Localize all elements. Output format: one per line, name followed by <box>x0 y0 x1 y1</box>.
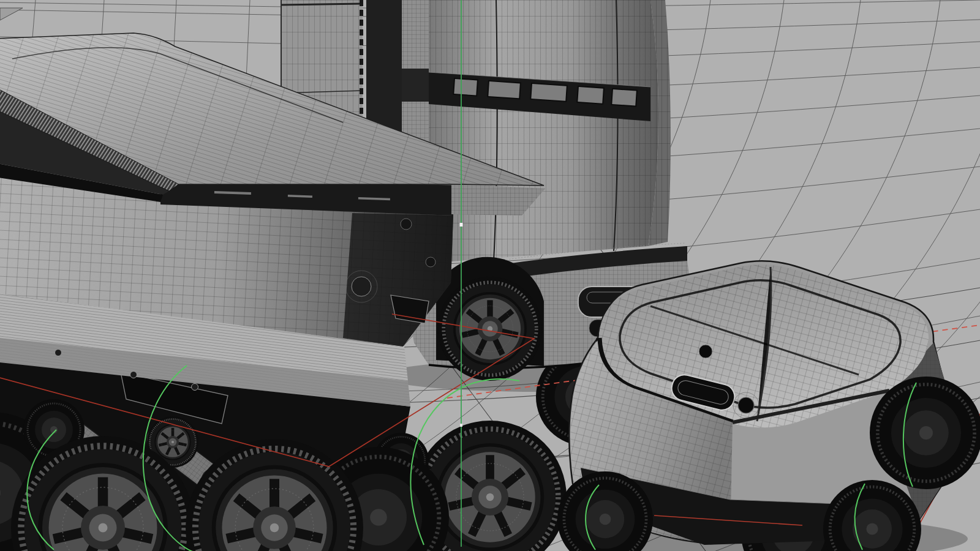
wheel[interactable] <box>870 377 980 489</box>
lid-knob <box>699 345 712 358</box>
axis-tick <box>460 424 462 427</box>
axis-tick <box>460 223 463 227</box>
wheel[interactable] <box>438 277 542 381</box>
viewport-3d[interactable] <box>0 0 980 551</box>
sensor-band-side <box>402 69 429 102</box>
sensor-eye <box>738 397 754 413</box>
viewport-canvas[interactable] <box>0 0 980 551</box>
